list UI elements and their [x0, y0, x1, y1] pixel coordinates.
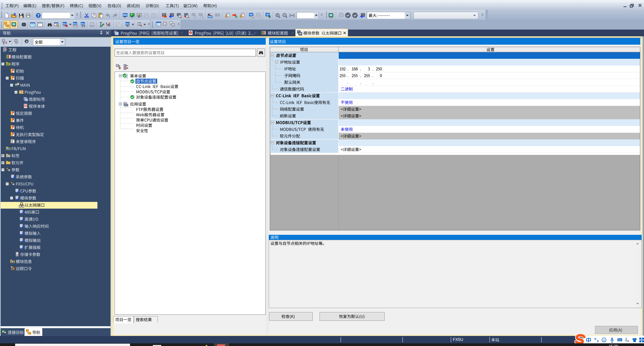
- svg-text:Dev: Dev: [208, 15, 212, 18]
- svg-text:18: 18: [627, 340, 629, 342]
- svg-text:Dev: Dev: [126, 23, 130, 25]
- svg-text:HK: HK: [138, 14, 141, 16]
- svg-text:Dev: Dev: [215, 14, 220, 16]
- svg-text:?: ?: [37, 14, 39, 17]
- svg-text:Dev: Dev: [81, 23, 85, 25]
- svg-text:Dev: Dev: [73, 23, 77, 25]
- svg-text:Dev: Dev: [123, 14, 127, 16]
- svg-text:I: I: [106, 22, 107, 25]
- svg-text:Dev: Dev: [63, 23, 67, 25]
